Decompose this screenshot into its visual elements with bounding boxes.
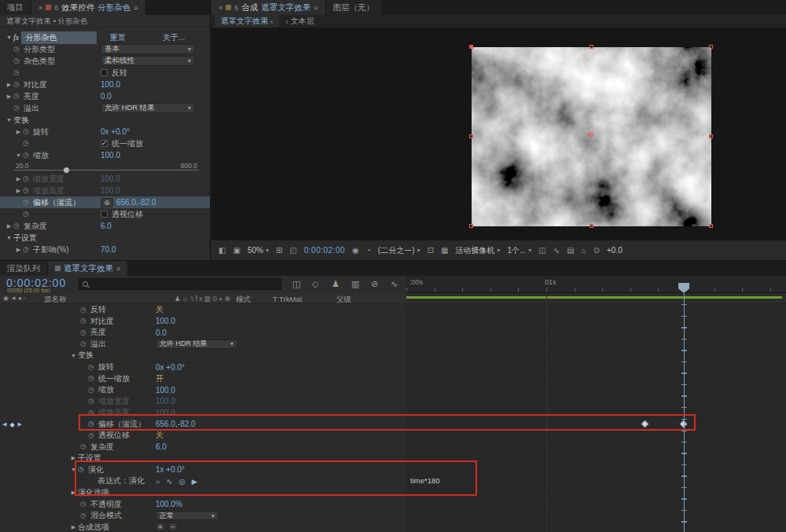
invert-checkbox[interactable] bbox=[101, 69, 108, 76]
stopwatch-icon[interactable] bbox=[23, 152, 33, 159]
param-label[interactable]: 杂色类型 bbox=[24, 56, 55, 67]
timeline-search[interactable] bbox=[79, 278, 281, 290]
tab-composition[interactable]: × 6 合成 遮罩文字效果 ≡ bbox=[211, 0, 326, 15]
property-label[interactable]: 混合模式 bbox=[90, 510, 122, 521]
fast-previews-icon[interactable]: ∿ bbox=[553, 246, 560, 255]
selection-handle[interactable] bbox=[709, 134, 713, 138]
param-value[interactable]: 70.0 bbox=[101, 245, 116, 254]
selection-handle[interactable] bbox=[590, 224, 593, 228]
shy-layers-icon[interactable]: ♟ bbox=[332, 279, 340, 289]
tab-render-queue[interactable]: 渲染队列 bbox=[0, 261, 48, 276]
tab-layer[interactable]: 图层（无） bbox=[326, 0, 383, 15]
stopwatch-icon[interactable] bbox=[88, 387, 98, 394]
property-value[interactable]: 100.0 bbox=[156, 386, 175, 394]
tl-row-evolution[interactable]: 演化 1x +0.0° bbox=[0, 464, 406, 476]
snapshot-camera-icon[interactable]: ◉ bbox=[352, 246, 359, 255]
twirl-icon[interactable] bbox=[69, 353, 78, 358]
property-value[interactable]: 100.0% bbox=[156, 500, 182, 508]
property-value[interactable]: 开 bbox=[156, 373, 163, 384]
view-layout-dropdown[interactable]: 1个... bbox=[507, 245, 531, 256]
property-label[interactable]: 缩放 bbox=[98, 384, 114, 395]
selection-handle[interactable] bbox=[469, 224, 473, 228]
property-label[interactable]: 透视位移 bbox=[98, 430, 130, 441]
always-preview-icon[interactable]: ◧ bbox=[219, 246, 226, 255]
tab-timeline-comp[interactable]: 遮罩文字效果 ≡ bbox=[48, 261, 128, 276]
param-label[interactable]: 亮度 bbox=[24, 91, 39, 102]
stopwatch-icon[interactable] bbox=[23, 140, 33, 147]
region-of-interest-icon[interactable]: ⊡ bbox=[428, 246, 434, 255]
point-control-icon[interactable]: ⊕ bbox=[101, 198, 113, 207]
reset-exposure-icon[interactable]: ⊙ bbox=[593, 246, 600, 255]
stopwatch-icon[interactable] bbox=[80, 306, 90, 314]
param-label[interactable]: 旋转 bbox=[33, 127, 49, 138]
motion-blur-icon[interactable]: ⊘ bbox=[371, 279, 378, 289]
group-label[interactable]: 演化选项 bbox=[78, 487, 109, 498]
param-value[interactable]: 0x +0.0° bbox=[101, 127, 130, 136]
param-label[interactable]: 复杂度 bbox=[24, 221, 47, 232]
tl-row-offset-turbulence[interactable]: 偏移（湍流） 656.0,-82.0 bbox=[0, 418, 406, 430]
twirl-icon[interactable] bbox=[69, 467, 78, 472]
property-value[interactable]: 关 bbox=[156, 304, 163, 315]
property-value[interactable]: 100.0 bbox=[156, 317, 175, 325]
overflow-dropdown[interactable]: 允许 HDR 结果 bbox=[156, 339, 237, 349]
selection-handle[interactable] bbox=[590, 45, 593, 49]
property-value[interactable]: 1x +0.0° bbox=[156, 465, 185, 474]
twirl-icon[interactable] bbox=[14, 129, 23, 135]
close-icon[interactable]: × bbox=[219, 4, 222, 12]
slider-track[interactable] bbox=[14, 170, 199, 171]
exposure-value[interactable]: +0.0 bbox=[607, 246, 623, 255]
stopwatch-icon[interactable] bbox=[23, 211, 33, 218]
panel-menu-icon[interactable]: ≡ bbox=[116, 265, 120, 273]
twirl-icon[interactable] bbox=[5, 82, 13, 88]
stopwatch-icon[interactable] bbox=[13, 81, 24, 88]
property-value[interactable]: 0x +0.0° bbox=[156, 363, 185, 372]
anchor-point-icon[interactable]: ⊕ bbox=[587, 130, 594, 139]
param-label[interactable]: 溢出 bbox=[24, 103, 39, 114]
twirl-icon[interactable] bbox=[69, 524, 78, 530]
time-ruler[interactable]: :00s 01s bbox=[406, 276, 786, 293]
param-label[interactable]: 缩放 bbox=[33, 150, 49, 161]
noise-type-dropdown[interactable]: 柔和线性 bbox=[101, 56, 195, 66]
current-keyframe-icon[interactable]: ◆ bbox=[9, 421, 14, 428]
remove-option-button[interactable]: − bbox=[168, 523, 178, 531]
selection-handle[interactable] bbox=[709, 224, 713, 228]
tab-project[interactable]: 项目 bbox=[0, 0, 31, 15]
composition-canvas[interactable]: ⊕ bbox=[211, 28, 786, 240]
param-row-offset-turbulence[interactable]: 偏移（湍流） ⊕ 656.0,-82.0 bbox=[0, 196, 210, 208]
twirl-icon[interactable] bbox=[5, 117, 13, 123]
expression-text[interactable]: time*180 bbox=[410, 476, 440, 485]
expression-pickwhip-icon[interactable]: ◎ bbox=[179, 477, 185, 486]
comp-flowchart-icon[interactable]: ⌂ bbox=[582, 246, 586, 255]
property-label[interactable]: 旋转 bbox=[98, 361, 114, 372]
twirl-icon[interactable] bbox=[69, 490, 78, 496]
draft-3d-icon[interactable]: ◇ bbox=[312, 279, 318, 289]
search-input[interactable] bbox=[91, 280, 277, 288]
param-value[interactable]: 0.0 bbox=[101, 92, 112, 101]
stopwatch-icon[interactable] bbox=[88, 432, 98, 439]
perspective-offset-checkbox[interactable] bbox=[101, 211, 108, 218]
expression-menu-icon[interactable]: ▶ bbox=[192, 477, 197, 486]
previous-keyframe-icon[interactable]: ◀ bbox=[2, 421, 6, 427]
stopwatch-icon[interactable] bbox=[23, 246, 33, 253]
property-value[interactable]: 656.0,-82.0 bbox=[156, 420, 196, 428]
param-value[interactable]: 100.0 bbox=[101, 151, 120, 160]
twirl-icon[interactable] bbox=[5, 223, 13, 229]
param-label[interactable]: 对比度 bbox=[24, 79, 47, 90]
stopwatch-icon[interactable] bbox=[88, 364, 98, 371]
property-label[interactable]: 不透明度 bbox=[90, 499, 122, 510]
property-label[interactable]: 对比度 bbox=[90, 316, 114, 327]
property-label[interactable]: 复杂度 bbox=[90, 442, 114, 453]
close-icon[interactable]: × bbox=[39, 4, 42, 12]
stopwatch-icon[interactable] bbox=[80, 340, 90, 347]
property-value[interactable]: 0.0 bbox=[156, 328, 167, 337]
grid-guides-icon[interactable]: ⊞ bbox=[276, 246, 282, 255]
reset-link[interactable]: 重置 bbox=[110, 32, 126, 43]
slider-knob[interactable] bbox=[64, 167, 69, 173]
zoom-dropdown[interactable]: 50% bbox=[248, 246, 269, 255]
stopwatch-icon[interactable] bbox=[13, 222, 24, 229]
blend-mode-dropdown[interactable]: 正常 bbox=[156, 511, 219, 520]
fractal-type-dropdown[interactable]: 基本 bbox=[101, 44, 195, 54]
stopwatch-icon[interactable] bbox=[80, 329, 90, 336]
stopwatch-icon[interactable] bbox=[80, 443, 90, 450]
stopwatch-icon[interactable] bbox=[88, 375, 98, 382]
